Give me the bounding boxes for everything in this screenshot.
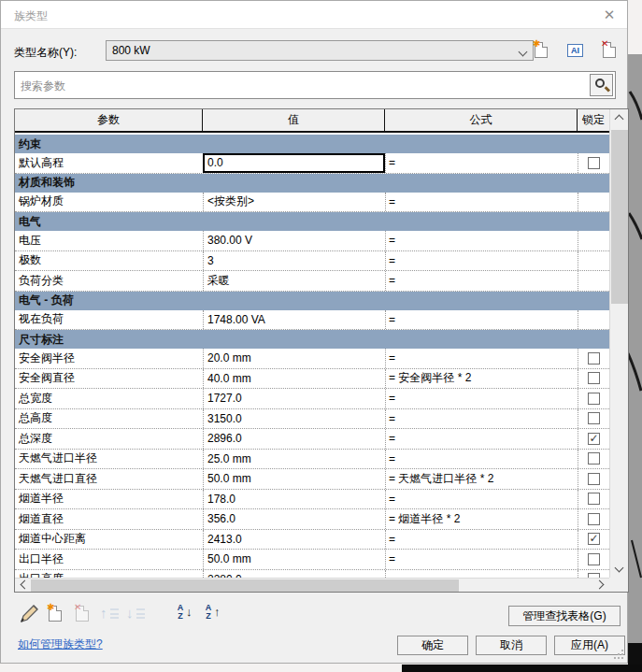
- scroll-right-icon[interactable]: [596, 580, 606, 590]
- parameter-name-cell[interactable]: 极数: [15, 251, 203, 271]
- parameter-formula-cell[interactable]: =: [385, 530, 578, 550]
- parameter-value-cell[interactable]: 2896.0: [203, 429, 385, 449]
- parameter-lock-cell[interactable]: [578, 409, 609, 429]
- dialog-titlebar[interactable]: 族类型 ✕: [1, 1, 627, 29]
- parameter-row[interactable]: 天燃气进口半径 25.0 mm =: [15, 450, 609, 470]
- column-header-formula[interactable]: 公式: [385, 109, 578, 131]
- new-type-button[interactable]: ✱: [532, 39, 552, 62]
- parameter-row[interactable]: 烟道中心距离 2413.0 = ✓: [15, 530, 609, 550]
- parameter-value-cell[interactable]: <按类别>: [203, 193, 385, 212]
- new-parameter-button[interactable]: ✱: [45, 602, 67, 626]
- parameter-lock-cell[interactable]: [578, 450, 609, 469]
- parameter-formula-cell[interactable]: =: [385, 450, 578, 469]
- parameter-name-cell[interactable]: 总宽度: [15, 389, 203, 408]
- horizontal-scrollbar[interactable]: [15, 578, 609, 592]
- parameter-row[interactable]: 默认高程 0.0 =: [15, 153, 609, 174]
- sort-ascending-button[interactable]: AZ ↓: [175, 602, 197, 626]
- parameter-formula-cell[interactable]: =: [385, 409, 578, 429]
- parameter-lock-cell[interactable]: [578, 193, 609, 212]
- parameter-formula-cell[interactable]: =: [385, 310, 578, 330]
- parameter-name-cell[interactable]: 视在负荷: [15, 310, 203, 330]
- parameter-name-cell[interactable]: 天燃气进口半径: [15, 450, 203, 469]
- parameter-formula-cell[interactable]: =: [385, 429, 578, 449]
- parameter-row[interactable]: 天燃气进口直径 50.0 mm = 天燃气进口半径 * 2: [15, 469, 609, 490]
- parameter-name-cell[interactable]: 电压: [15, 231, 203, 250]
- parameter-name-cell[interactable]: 安全阀半径: [15, 349, 203, 368]
- parameter-lock-cell[interactable]: [578, 469, 609, 489]
- section-header-row[interactable]: 电气: [15, 212, 609, 231]
- parameter-value-cell[interactable]: 2280.0: [203, 570, 385, 579]
- parameter-lock-cell[interactable]: [578, 231, 609, 250]
- parameter-lock-cell[interactable]: [578, 153, 609, 173]
- parameter-row[interactable]: 锅炉材质 <按类别> =: [15, 193, 609, 213]
- close-icon[interactable]: ✕: [597, 4, 621, 26]
- parameter-row[interactable]: 电压 380.00 V =: [15, 231, 609, 251]
- lock-checkbox[interactable]: [588, 513, 600, 525]
- lock-checkbox[interactable]: [588, 372, 600, 384]
- parameter-lock-cell[interactable]: [578, 389, 609, 408]
- parameter-value-cell[interactable]: 3: [203, 251, 385, 271]
- parameter-lock-cell[interactable]: ✓: [578, 530, 609, 550]
- vertical-scrollbar-thumb[interactable]: [611, 130, 628, 304]
- parameter-formula-cell[interactable]: =: [385, 251, 578, 271]
- parameter-formula-cell[interactable]: =: [385, 490, 578, 509]
- lock-checkbox[interactable]: [588, 553, 600, 565]
- parameter-row[interactable]: 烟道直径 356.0 = 烟道半径 * 2: [15, 509, 609, 530]
- parameter-name-cell[interactable]: 出口高度: [15, 570, 203, 579]
- parameter-name-cell[interactable]: 安全阀直径: [15, 369, 203, 389]
- section-header-row[interactable]: 尺寸标注: [15, 330, 609, 349]
- lock-checkbox[interactable]: [588, 157, 600, 169]
- parameter-lock-cell[interactable]: [578, 251, 609, 271]
- parameter-formula-cell[interactable]: = 安全阀半径 * 2: [385, 369, 578, 389]
- type-name-combobox[interactable]: 800 kW: [106, 40, 534, 61]
- move-down-button[interactable]: ↓: [124, 602, 147, 626]
- parameter-lock-cell[interactable]: [578, 369, 609, 389]
- scroll-up-icon[interactable]: [615, 113, 624, 122]
- parameter-name-cell[interactable]: 负荷分类: [15, 271, 203, 291]
- scroll-down-icon[interactable]: [615, 565, 624, 574]
- parameter-name-cell[interactable]: 默认高程: [15, 153, 203, 173]
- lock-checkbox[interactable]: ✓: [588, 433, 600, 445]
- move-up-button[interactable]: ↑: [98, 602, 121, 626]
- parameter-value-cell[interactable]: 采暖: [203, 271, 385, 291]
- parameter-formula-cell[interactable]: =: [385, 271, 578, 291]
- parameter-lock-cell[interactable]: [578, 509, 609, 529]
- lock-checkbox[interactable]: [588, 473, 600, 485]
- lock-checkbox[interactable]: [588, 452, 600, 465]
- scroll-left-icon[interactable]: [19, 580, 28, 590]
- delete-parameter-button[interactable]: ✕: [72, 602, 94, 626]
- parameter-value-cell[interactable]: 40.0 mm: [203, 369, 385, 389]
- parameter-formula-cell[interactable]: = 天燃气进口半径 * 2: [385, 469, 578, 489]
- parameter-value-cell[interactable]: 1727.0: [203, 389, 385, 408]
- parameter-lock-cell[interactable]: [578, 550, 609, 569]
- parameter-value-cell[interactable]: 1748.00 VA: [203, 310, 385, 330]
- parameter-lock-cell[interactable]: [578, 570, 609, 579]
- rename-type-button[interactable]: AI: [565, 39, 586, 62]
- parameter-lock-cell[interactable]: [578, 490, 609, 509]
- parameter-row[interactable]: 总深度 2896.0 = ✓: [15, 429, 609, 450]
- section-header-row[interactable]: 约束: [15, 135, 609, 153]
- parameter-formula-cell[interactable]: =: [385, 193, 578, 212]
- ok-button[interactable]: 确定: [397, 636, 468, 655]
- column-header-lock[interactable]: 锁定: [578, 109, 609, 131]
- parameter-row[interactable]: 总宽度 1727.0 =: [15, 389, 609, 409]
- parameter-lock-cell[interactable]: ✓: [578, 429, 609, 449]
- parameter-value-cell[interactable]: 380.00 V: [203, 231, 385, 250]
- parameter-name-cell[interactable]: 天燃气进口直径: [15, 469, 203, 489]
- parameter-value-cell[interactable]: 25.0 mm: [203, 450, 385, 469]
- parameter-name-cell[interactable]: 出口半径: [15, 550, 203, 569]
- parameter-row[interactable]: 总高度 3150.0 =: [15, 409, 609, 430]
- section-header-row[interactable]: 电气 - 负荷: [15, 292, 609, 310]
- section-header-row[interactable]: 材质和装饰: [15, 174, 609, 193]
- column-header-parameter[interactable]: 参数: [15, 109, 203, 131]
- column-header-value[interactable]: 值: [203, 109, 385, 131]
- parameter-lock-cell[interactable]: [578, 310, 609, 330]
- lock-checkbox[interactable]: [588, 412, 600, 424]
- parameter-formula-cell[interactable]: =: [385, 570, 578, 579]
- lock-checkbox[interactable]: [588, 393, 600, 405]
- parameter-lock-cell[interactable]: [578, 271, 609, 291]
- parameter-row[interactable]: 极数 3 =: [15, 251, 609, 272]
- lock-checkbox[interactable]: ✓: [588, 533, 600, 545]
- parameter-row[interactable]: 视在负荷 1748.00 VA =: [15, 310, 609, 331]
- parameter-name-cell[interactable]: 烟道直径: [15, 509, 203, 529]
